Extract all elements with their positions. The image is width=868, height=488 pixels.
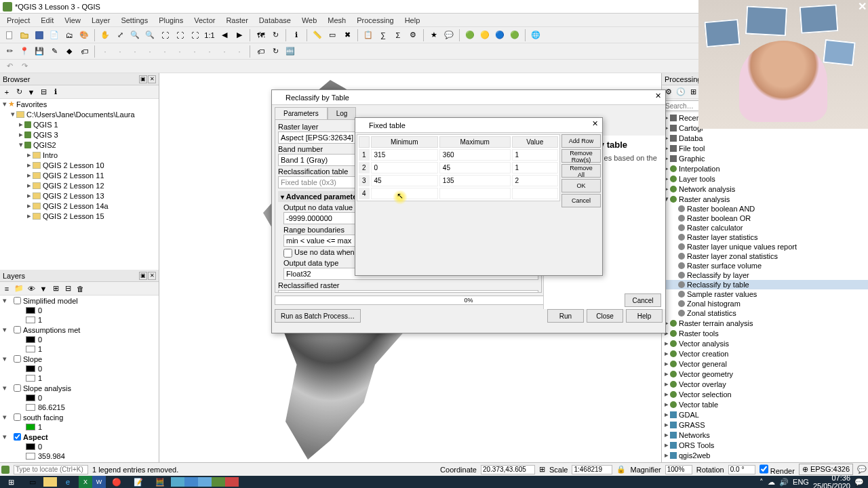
collapse-icon[interactable]: ⊟ — [38, 87, 49, 98]
plugin4-icon[interactable]: 🟢 — [508, 28, 521, 42]
dock-icon[interactable]: ▣ — [139, 272, 147, 280]
grp-Vector-analysis[interactable]: ▸Vector analysis — [662, 338, 868, 348]
excel-icon[interactable]: X — [79, 476, 92, 488]
tray-up-icon[interactable]: ˄ — [760, 478, 764, 487]
zoom-layer-icon[interactable]: ⛶ — [188, 28, 201, 42]
algo-Raster-surface-volume[interactable]: Raster surface volume — [662, 261, 868, 270]
refresh-icon[interactable]: ↻ — [269, 28, 282, 42]
rotate-label-icon[interactable]: ↻ — [269, 45, 282, 58]
algo-Raster-calculator[interactable]: Raster calculator — [662, 223, 868, 232]
edge-icon[interactable]: e — [57, 476, 79, 488]
add-layer-icon[interactable]: + — [1, 87, 12, 98]
table-row[interactable]: 3451352 — [359, 175, 558, 186]
algo-Raster-layer-unique-values-report[interactable]: Raster layer unique values report — [662, 242, 868, 251]
cancel-button[interactable]: Cancel — [625, 293, 661, 307]
app4-icon[interactable] — [225, 477, 239, 487]
layer-Slope[interactable]: ▾Slope — [0, 354, 159, 364]
add-group-icon[interactable]: 📁 — [14, 283, 24, 294]
ok-button[interactable]: OK — [561, 179, 601, 192]
menu-help[interactable]: Help — [401, 15, 425, 26]
osm-icon[interactable]: 🌐 — [529, 28, 542, 42]
scale-input[interactable] — [572, 465, 612, 474]
measure-icon[interactable]: 📏 — [311, 28, 324, 42]
zoom-next-icon[interactable]: ▶ — [233, 28, 246, 42]
explorer-icon[interactable] — [43, 477, 57, 487]
plugin1-icon[interactable]: 🟢 — [463, 28, 477, 42]
start-icon[interactable]: ⊞ — [0, 476, 22, 488]
digitize-icon[interactable]: ✎ — [47, 45, 61, 58]
zoom-native-icon[interactable]: 1:1 — [203, 28, 216, 42]
toolbox-icon[interactable]: ⚙ — [406, 28, 420, 42]
model-icon[interactable]: ⊞ — [688, 87, 698, 98]
notepad-icon[interactable]: 📝 — [127, 476, 149, 488]
prov-GRASS[interactable]: ▸GRASS — [662, 420, 868, 430]
identify-icon[interactable]: ℹ — [290, 28, 303, 42]
mag-input[interactable] — [665, 465, 692, 474]
taskview-icon[interactable]: ▭ — [22, 476, 43, 488]
project-QGIS2[interactable]: ▾QGIS2 — [0, 140, 159, 150]
dock-icon[interactable]: ▣ — [139, 75, 147, 83]
select-icon[interactable]: ▭ — [326, 28, 339, 42]
lesson-Intro[interactable]: ▸Intro — [0, 150, 159, 160]
tab-log[interactable]: Log — [328, 107, 357, 120]
visibility-icon[interactable]: 👁 — [26, 283, 37, 294]
zoom-out-icon[interactable]: 🔍 — [143, 28, 157, 42]
refresh-browser-icon[interactable]: ↻ — [14, 87, 24, 98]
remove-row-button[interactable]: Remove Row(s) — [561, 149, 601, 163]
project-QGIS 3[interactable]: ▸QGIS 3 — [0, 129, 159, 140]
close-icon[interactable]: ✕ — [589, 119, 601, 131]
grp-Raster-terrain-analysis[interactable]: ▸Raster terrain analysis — [662, 318, 868, 328]
save-icon[interactable] — [33, 28, 46, 42]
lesson-QGIS-2-Lesson-14a[interactable]: ▸QGIS 2 Lesson 14a — [0, 201, 159, 211]
lesson-QGIS-2-Lesson-13[interactable]: ▸QGIS 2 Lesson 13 — [0, 190, 159, 201]
algo-Zonal-histogram[interactable]: Zonal histogram — [662, 299, 868, 308]
style-manager-icon[interactable]: 🎨 — [77, 28, 91, 42]
layer-Simplified-model[interactable]: ▾Simplified model — [0, 296, 159, 306]
zoom-last-icon[interactable]: ◀ — [218, 28, 231, 42]
tray-cloud-icon[interactable]: ☁ — [768, 478, 775, 487]
table-row[interactable]: 4 — [359, 188, 558, 199]
pan-selection-icon[interactable]: ⤢ — [113, 28, 127, 42]
project-QGIS 1[interactable]: ▸QGIS 1 — [0, 119, 159, 129]
layer-Assumptions-met[interactable]: ▾Assumptions met — [0, 325, 159, 335]
algo-Raster-layer-zonal-statistics[interactable]: Raster layer zonal statistics — [662, 251, 868, 261]
menu-processing[interactable]: Processing — [353, 15, 397, 26]
zoom-selection-icon[interactable]: ⛶ — [173, 28, 186, 42]
tab-parameters[interactable]: Parameters — [275, 107, 328, 120]
cancel-button[interactable]: Cancel — [561, 194, 601, 207]
prov-GDAL[interactable]: ▸GDAL — [662, 409, 868, 420]
fav-path-node[interactable]: ▾C:\Users\Jane\Documents\Laura — [0, 109, 159, 119]
stats-icon[interactable]: Σ — [391, 28, 405, 42]
grp-Layer-tools[interactable]: ▸Layer tools — [662, 174, 868, 184]
history-icon[interactable]: 🕓 — [675, 87, 686, 98]
grp-Databa[interactable]: ▸Databa — [662, 133, 868, 143]
add-row-button[interactable]: Add Row — [561, 134, 601, 148]
field-calc-icon[interactable]: ∑ — [376, 28, 390, 42]
grp-File tool[interactable]: ▸File tool — [662, 143, 868, 153]
menu-web[interactable]: Web — [298, 15, 321, 26]
remove-all-button[interactable]: Remove All — [561, 164, 601, 178]
word-icon[interactable]: W — [92, 476, 106, 488]
menu-raster[interactable]: Raster — [222, 15, 252, 26]
properties-icon[interactable]: ℹ — [50, 87, 61, 98]
menu-settings[interactable]: Settings — [117, 15, 152, 26]
new-map-icon[interactable]: 🗺 — [254, 28, 267, 42]
prov-Networks[interactable]: ▸Networks — [662, 430, 868, 440]
grp-Interpolation[interactable]: ▸Interpolation — [662, 163, 868, 174]
grp-raster-analysis[interactable]: ▾Raster analysis — [662, 194, 868, 204]
processing-tree[interactable]: ▸Recently▸Cartogr▸Databa▸File tool▸Graph… — [662, 113, 868, 466]
messages-icon[interactable]: 💬 — [857, 465, 867, 474]
app1-icon[interactable] — [171, 477, 184, 487]
layer-Aspect[interactable]: ▾Aspect — [0, 432, 159, 442]
chrome-icon[interactable]: 🔴 — [106, 476, 127, 488]
edit-toggle-icon[interactable]: ✏ — [3, 45, 16, 58]
lesson-QGIS-2-Lesson-15[interactable]: ▸QGIS 2 Lesson 15 — [0, 211, 159, 221]
run-button[interactable]: Run — [547, 309, 584, 323]
deselect-icon[interactable]: ✖ — [340, 28, 354, 42]
batch-button[interactable]: Run as Batch Process… — [275, 309, 361, 323]
menu-project[interactable]: Project — [3, 15, 34, 26]
add-feature-icon[interactable]: 📍 — [18, 45, 31, 58]
app3-icon[interactable] — [198, 477, 212, 487]
remove-layer-icon[interactable]: 🗑 — [75, 283, 85, 294]
grp-Raster-tools[interactable]: ▸Raster tools — [662, 328, 868, 338]
